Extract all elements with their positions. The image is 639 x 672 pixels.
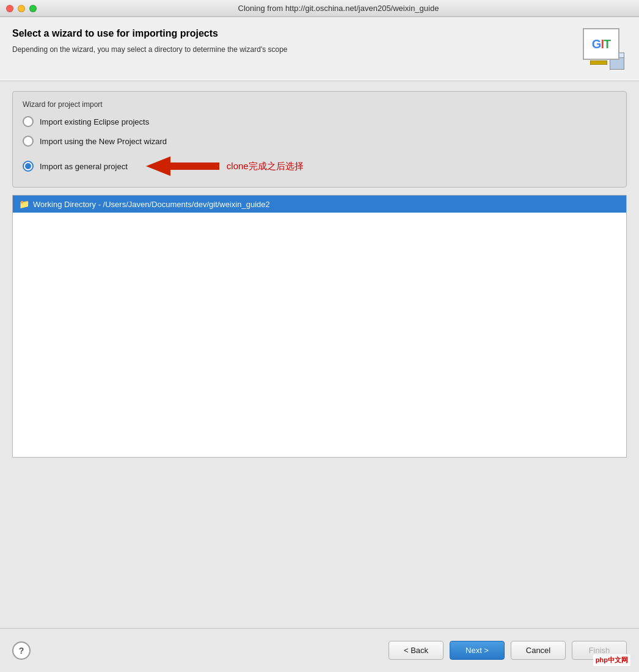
svg-marker-0 <box>146 156 219 176</box>
header-area: Select a wizard to use for importing pro… <box>0 17 639 81</box>
git-connector <box>590 60 607 65</box>
spacer <box>0 467 639 628</box>
directory-item[interactable]: 📁 Working Directory - /Users/Javen/Docum… <box>13 195 626 213</box>
folder-icon: 📁 <box>19 199 29 209</box>
help-icon: ? <box>19 646 24 656</box>
git-t: T <box>604 37 610 51</box>
bottom-bar: ? < Back Next > Cancel Finish <box>0 628 639 672</box>
page-title: Select a wizard to use for importing pro… <box>12 28 573 39</box>
radio-eclipse-label: Import existing Eclipse projects <box>40 117 149 126</box>
directory-content <box>13 213 626 457</box>
radio-newproject[interactable] <box>23 136 34 147</box>
directory-path: Working Directory - /Users/Javen/Documen… <box>33 200 270 209</box>
close-button[interactable] <box>6 5 13 12</box>
radio-item-newproject[interactable]: Import using the New Project wizard <box>23 136 616 147</box>
bottom-left: ? <box>12 641 31 660</box>
git-g: G <box>592 37 601 51</box>
next-button[interactable]: Next > <box>450 641 505 660</box>
window: Cloning from http://git.oschina.net/jave… <box>0 0 639 672</box>
maximize-button[interactable] <box>29 5 37 12</box>
radio-item-general[interactable]: Import as general project <box>23 161 128 172</box>
directory-section: 📁 Working Directory - /Users/Javen/Docum… <box>12 195 627 458</box>
header-description: Depending on the wizard, you may select … <box>12 44 573 55</box>
cancel-button[interactable]: Cancel <box>511 641 566 660</box>
header-text: Select a wizard to use for importing pro… <box>12 28 573 55</box>
watermark: php中文网 <box>593 654 630 666</box>
annotation-text: clone完成之后选择 <box>227 161 304 172</box>
radio-eclipse[interactable] <box>23 116 34 127</box>
radio-group: Import existing Eclipse projects Import … <box>23 116 616 177</box>
bottom-right: < Back Next > Cancel Finish <box>389 641 627 660</box>
annotation-area: clone完成之后选择 <box>146 155 304 177</box>
main-dialog: Select a wizard to use for importing pro… <box>0 17 639 672</box>
minimize-button[interactable] <box>18 5 25 12</box>
radio-general-label: Import as general project <box>40 162 128 171</box>
radio-item-eclipse[interactable]: Import existing Eclipse projects <box>23 116 616 127</box>
help-button[interactable]: ? <box>12 641 31 660</box>
window-title: Cloning from http://git.oschina.net/jave… <box>44 4 633 13</box>
title-bar: Cloning from http://git.oschina.net/jave… <box>0 0 639 17</box>
traffic-lights <box>6 5 37 12</box>
red-arrow <box>146 155 219 177</box>
radio-newproject-label: Import using the New Project wizard <box>40 137 167 146</box>
section-label: Wizard for project import <box>23 100 616 109</box>
wizard-section: Wizard for project import Import existin… <box>12 91 627 188</box>
back-button[interactable]: < Back <box>389 641 444 660</box>
git-logo: GIT <box>583 28 627 72</box>
radio-general[interactable] <box>23 161 34 172</box>
body-area: Wizard for project import Import existin… <box>0 81 639 467</box>
